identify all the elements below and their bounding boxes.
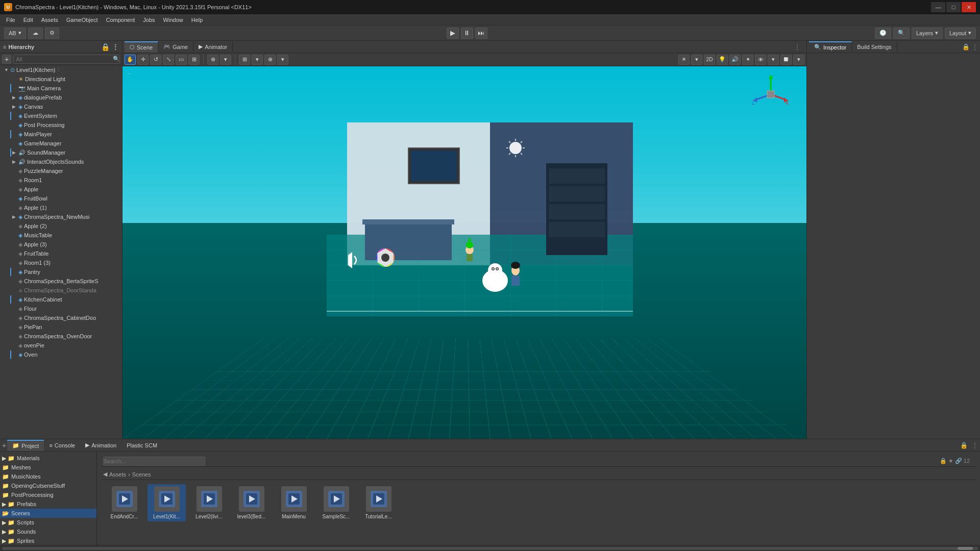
cloud-button[interactable]: ☁ bbox=[28, 28, 43, 39]
breadcrumb-assets[interactable]: Assets bbox=[109, 471, 126, 478]
hierarchy-item-apple[interactable]: ◈ Apple bbox=[0, 185, 122, 194]
hierarchy-item-event-system[interactable]: ◈ EventSystem bbox=[0, 111, 122, 120]
grid-button[interactable]: ▾ bbox=[220, 55, 231, 65]
hierarchy-item-oven-pie[interactable]: ◈ ovenPie bbox=[0, 341, 122, 350]
hierarchy-item-oven-door[interactable]: ◈ ChromaSpectra_OvenDoor bbox=[0, 332, 122, 341]
2d-button[interactable]: 2D bbox=[704, 55, 715, 65]
hierarchy-item-room1[interactable]: ◈ Room1 bbox=[0, 176, 122, 185]
tab-console[interactable]: ≡ Console bbox=[44, 440, 80, 451]
hierarchy-item-cabinet-door[interactable]: ◈ ChromaSpectra_CabinetDoo bbox=[0, 313, 122, 322]
folder-item-materials[interactable]: ▶ 📁 Materials bbox=[0, 454, 96, 463]
hierarchy-item-apple1[interactable]: ◈ Apple (1) bbox=[0, 203, 122, 212]
project-search-input[interactable] bbox=[103, 457, 205, 466]
hierarchy-item-oven[interactable]: ◈ Oven bbox=[0, 350, 122, 359]
project-scrollbar[interactable] bbox=[0, 545, 980, 551]
scrollbar-track[interactable] bbox=[2, 547, 978, 550]
close-button[interactable]: ✕ bbox=[962, 2, 976, 12]
menu-jobs[interactable]: Jobs bbox=[139, 16, 159, 24]
hierarchy-item-room1-3[interactable]: ◈ Room1 (3) bbox=[0, 258, 122, 267]
minimize-button[interactable]: — bbox=[931, 2, 945, 12]
step-button[interactable]: ⏭ bbox=[475, 28, 487, 39]
folder-item-post-processing[interactable]: 📁 PostProecessing bbox=[0, 490, 96, 499]
account-button[interactable]: AB ▾ bbox=[4, 28, 26, 39]
move-tool-button[interactable]: ✛ bbox=[137, 55, 149, 65]
breadcrumb-arrow[interactable]: ◀ bbox=[103, 471, 107, 478]
hierarchy-menu-icon[interactable]: ⋮ bbox=[112, 43, 119, 51]
project-panel-lock-icon[interactable]: 🔒 bbox=[960, 442, 968, 449]
hierarchy-item-berta-sprite[interactable]: ◈ ChromaSpectra_BertaSpriteS bbox=[0, 277, 122, 286]
tab-build-settings[interactable]: Build Settings bbox=[852, 41, 897, 53]
asset-item-level1-kitchen[interactable]: Level1(Kit... bbox=[148, 484, 186, 521]
hierarchy-item-main-camera[interactable]: 📷 Main Camera bbox=[0, 84, 122, 93]
project-add-button[interactable]: + bbox=[2, 441, 6, 449]
hierarchy-item-directional-light[interactable]: ☀ Directional Light bbox=[0, 74, 122, 84]
tab-game[interactable]: 🎮 Game bbox=[158, 41, 193, 53]
hierarchy-search-input[interactable] bbox=[13, 55, 120, 64]
hierarchy-item-apple3[interactable]: ◈ Apple (3) bbox=[0, 240, 122, 249]
settings-button[interactable]: ⚙ bbox=[45, 28, 59, 39]
rotate-tool-button[interactable]: ↺ bbox=[150, 55, 161, 65]
hierarchy-item-puzzle-manager[interactable]: ◈ PuzzleManager bbox=[0, 166, 122, 176]
menu-component[interactable]: Component bbox=[102, 16, 139, 24]
tab-project[interactable]: 📁 Project bbox=[7, 440, 44, 451]
menu-edit[interactable]: Edit bbox=[19, 16, 37, 24]
layers-dropdown[interactable]: Layers ▾ bbox=[912, 28, 943, 39]
gizmos-dropdown[interactable]: ▾ bbox=[793, 55, 804, 65]
hierarchy-item-game-manager[interactable]: ◈ GameManager bbox=[0, 139, 122, 148]
asset-item-sample-scene[interactable]: SampleSc... bbox=[317, 484, 355, 521]
hierarchy-content[interactable]: ▼ ⊙ Level1(Kitchen) ⋮ ☀ Directional Ligh… bbox=[0, 65, 122, 439]
transform-tool-button[interactable]: ⊞ bbox=[188, 55, 200, 65]
folder-item-sprites[interactable]: ▶ 📁 Sprites bbox=[0, 536, 96, 545]
hierarchy-item-pie-pan[interactable]: ◈ PiePan bbox=[0, 322, 122, 332]
folder-item-scenes[interactable]: 📂 Scenes bbox=[0, 509, 96, 518]
breadcrumb-scenes[interactable]: Scenes bbox=[132, 471, 151, 478]
menu-window[interactable]: Window bbox=[159, 16, 187, 24]
asset-item-end-and-cr[interactable]: EndAndCr... bbox=[105, 484, 143, 521]
tab-inspector[interactable]: 🔍 Inspector bbox=[809, 41, 852, 53]
hand-tool-button[interactable]: ✋ bbox=[125, 55, 136, 65]
project-sidebar[interactable]: ▶ 📁 Materials 📁 Meshes 📁 MusicNotes 📁 Op… bbox=[0, 452, 97, 545]
folder-item-meshes[interactable]: 📁 Meshes bbox=[0, 463, 96, 472]
hidden-objects-button[interactable]: 👁 bbox=[755, 55, 766, 65]
hierarchy-item-music-table[interactable]: ◈ MusicTable bbox=[0, 231, 122, 240]
hierarchy-item-chromaspectra-music[interactable]: ▶ ◈ ChromaSpectra_NewMusi bbox=[0, 212, 122, 221]
menu-file[interactable]: File bbox=[2, 16, 19, 24]
layout-dropdown[interactable]: Layout ▾ bbox=[945, 28, 976, 39]
scene-vis-dropdown[interactable]: ▾ bbox=[768, 55, 779, 65]
asset-item-level2-living[interactable]: Level2(livi... bbox=[190, 484, 228, 521]
hierarchy-item-dialogue-prefab[interactable]: ▶ ◈ dialoguePrefab bbox=[0, 93, 122, 102]
menu-help[interactable]: Help bbox=[187, 16, 207, 24]
asset-item-main-menu[interactable]: MainMenu bbox=[275, 484, 313, 521]
play-button[interactable]: ▶ bbox=[447, 28, 459, 39]
maximize-button[interactable]: □ bbox=[946, 2, 961, 12]
hierarchy-item-flour[interactable]: ◈ Flour bbox=[0, 304, 122, 313]
effects-button[interactable]: ✦ bbox=[742, 55, 753, 65]
rect-tool-button[interactable]: ▭ bbox=[176, 55, 187, 65]
hierarchy-lock-icon[interactable]: 🔒 bbox=[101, 43, 110, 51]
shading-dropdown[interactable]: ▾ bbox=[691, 55, 702, 65]
menu-assets[interactable]: Assets bbox=[37, 16, 62, 24]
gizmos-button[interactable]: 🔲 bbox=[780, 55, 792, 65]
pivot-dropdown[interactable]: ▾ bbox=[252, 55, 263, 65]
hierarchy-item-interact-objects-sounds[interactable]: ▶ 🔊 InteractObjectsSounds bbox=[0, 157, 122, 166]
folder-item-opening-cutsene[interactable]: 📁 OpeningCutseneStuff bbox=[0, 481, 96, 490]
hierarchy-add-button[interactable]: + bbox=[2, 55, 11, 64]
tab-scene[interactable]: ⬡ Scene bbox=[125, 41, 158, 53]
asset-item-tutorial-level[interactable]: TutorialLe... bbox=[359, 484, 398, 521]
tab-animation[interactable]: ▶ Animation bbox=[80, 440, 121, 451]
grid-snap-button[interactable]: ⊕ bbox=[207, 55, 218, 65]
scene-more-icon[interactable]: ⋮ bbox=[794, 43, 800, 51]
tab-plastic-scm[interactable]: Plastic SCM bbox=[121, 440, 162, 451]
scrollbar-thumb[interactable] bbox=[958, 547, 973, 550]
inspector-more-icon[interactable]: ⋮ bbox=[972, 43, 978, 51]
hierarchy-item-sound-manager[interactable]: ▶ 🔊 SoundManager bbox=[0, 148, 122, 157]
global-dropdown[interactable]: ▾ bbox=[277, 55, 288, 65]
hierarchy-item-post-processing[interactable]: ◈ Post Processing bbox=[0, 120, 122, 130]
scene-viewport[interactable]: X Y Z ← bbox=[122, 66, 806, 439]
history-button[interactable]: 🕐 bbox=[875, 28, 891, 39]
hierarchy-item-door-standard[interactable]: ◈ ChromaSpectra_DoorStanda bbox=[0, 286, 122, 295]
folder-item-musicnotes[interactable]: 📁 MusicNotes bbox=[0, 472, 96, 481]
project-panel-more-icon[interactable]: ⋮ bbox=[972, 442, 978, 449]
hierarchy-item-main-player[interactable]: ◈ MainPlayer bbox=[0, 130, 122, 139]
hierarchy-item-apple2[interactable]: ◈ Apple (2) bbox=[0, 221, 122, 231]
